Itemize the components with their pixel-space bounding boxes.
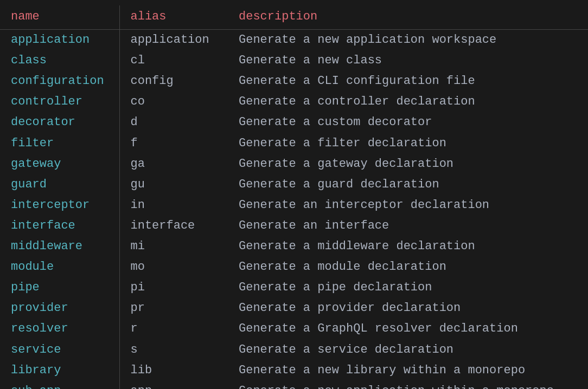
- cell-description: Generate a custom decorator: [228, 112, 588, 133]
- cell-name: gateway: [0, 154, 119, 174]
- cell-alias: lib: [119, 360, 228, 381]
- cell-description: Generate an interface: [228, 216, 588, 236]
- table-header-row: name alias description: [0, 5, 588, 30]
- cell-name: class: [0, 50, 119, 71]
- cell-name: interface: [0, 216, 119, 236]
- table-row: decoratordGenerate a custom decorator: [0, 112, 588, 133]
- cell-alias: co: [119, 92, 228, 112]
- cell-alias: r: [119, 319, 228, 339]
- cell-description: Generate a service declaration: [228, 340, 588, 360]
- cell-alias: app: [119, 381, 228, 389]
- cell-name: guard: [0, 174, 119, 195]
- cell-alias: application: [119, 30, 228, 51]
- cell-description: Generate a new application workspace: [228, 30, 588, 51]
- table-row: controllercoGenerate a controller declar…: [0, 92, 588, 112]
- cell-description: Generate a controller declaration: [228, 92, 588, 112]
- commands-table: name alias description applicationapplic…: [0, 5, 588, 389]
- cell-alias: f: [119, 133, 228, 154]
- cell-alias: interface: [119, 216, 228, 236]
- table-row: providerprGenerate a provider declaratio…: [0, 298, 588, 319]
- cell-name: service: [0, 340, 119, 360]
- table-row: librarylibGenerate a new library within …: [0, 360, 588, 381]
- cell-description: Generate a middleware declaration: [228, 236, 588, 257]
- table-row: guardguGenerate a guard declaration: [0, 174, 588, 195]
- header-alias: alias: [119, 5, 228, 30]
- cell-name: resolver: [0, 319, 119, 339]
- cell-name: controller: [0, 92, 119, 112]
- cell-name: filter: [0, 133, 119, 154]
- table-row: interfaceinterfaceGenerate an interface: [0, 216, 588, 236]
- cell-name: library: [0, 360, 119, 381]
- cell-description: Generate a provider declaration: [228, 298, 588, 319]
- cell-name: provider: [0, 298, 119, 319]
- cell-name: interceptor: [0, 195, 119, 216]
- cell-alias: gu: [119, 174, 228, 195]
- cell-alias: d: [119, 112, 228, 133]
- cell-name: decorator: [0, 112, 119, 133]
- table-row: servicesGenerate a service declaration: [0, 340, 588, 360]
- table-row: pipepiGenerate a pipe declaration: [0, 277, 588, 298]
- table-row: resolverrGenerate a GraphQL resolver dec…: [0, 319, 588, 339]
- cell-name: pipe: [0, 277, 119, 298]
- cell-alias: cl: [119, 50, 228, 71]
- cell-description: Generate a new application within a mono…: [228, 381, 588, 389]
- table-row: modulemoGenerate a module declaration: [0, 257, 588, 277]
- cell-name: application: [0, 30, 119, 51]
- cell-alias: mo: [119, 257, 228, 277]
- cell-description: Generate a new library within a monorepo: [228, 360, 588, 381]
- cell-name: middleware: [0, 236, 119, 257]
- table-row: applicationapplicationGenerate a new app…: [0, 30, 588, 51]
- header-description: description: [228, 5, 588, 30]
- cell-description: Generate a pipe declaration: [228, 277, 588, 298]
- table-row: middlewaremiGenerate a middleware declar…: [0, 236, 588, 257]
- cell-description: Generate a new class: [228, 50, 588, 71]
- table-row: gatewaygaGenerate a gateway declaration: [0, 154, 588, 174]
- cell-alias: ga: [119, 154, 228, 174]
- cell-description: Generate a module declaration: [228, 257, 588, 277]
- cell-description: Generate an interceptor declaration: [228, 195, 588, 216]
- table-row: configurationconfigGenerate a CLI config…: [0, 71, 588, 92]
- cell-alias: config: [119, 71, 228, 92]
- table-row: filterfGenerate a filter declaration: [0, 133, 588, 154]
- cell-alias: pr: [119, 298, 228, 319]
- cell-name: sub-app: [0, 381, 119, 389]
- cell-alias: in: [119, 195, 228, 216]
- cell-alias: pi: [119, 277, 228, 298]
- cell-name: configuration: [0, 71, 119, 92]
- header-name: name: [0, 5, 119, 30]
- main-container: name alias description applicationapplic…: [0, 0, 588, 389]
- cell-description: Generate a guard declaration: [228, 174, 588, 195]
- table-row: sub-appappGenerate a new application wit…: [0, 381, 588, 389]
- table-row: classclGenerate a new class: [0, 50, 588, 71]
- cell-description: Generate a gateway declaration: [228, 154, 588, 174]
- cell-description: Generate a filter declaration: [228, 133, 588, 154]
- cell-alias: s: [119, 340, 228, 360]
- cell-description: Generate a CLI configuration file: [228, 71, 588, 92]
- cell-name: module: [0, 257, 119, 277]
- cell-description: Generate a GraphQL resolver declaration: [228, 319, 588, 339]
- table-row: interceptorinGenerate an interceptor dec…: [0, 195, 588, 216]
- cell-alias: mi: [119, 236, 228, 257]
